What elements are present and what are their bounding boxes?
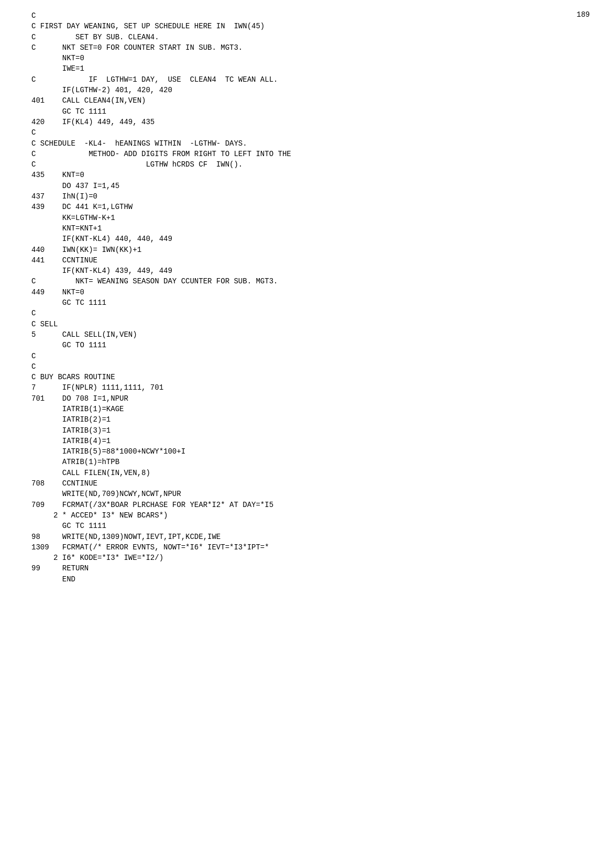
code-content: C C FIRST DAY WEANING, SET UP SCHEDULE H… [31,10,595,585]
page-number: 189 [577,9,590,20]
